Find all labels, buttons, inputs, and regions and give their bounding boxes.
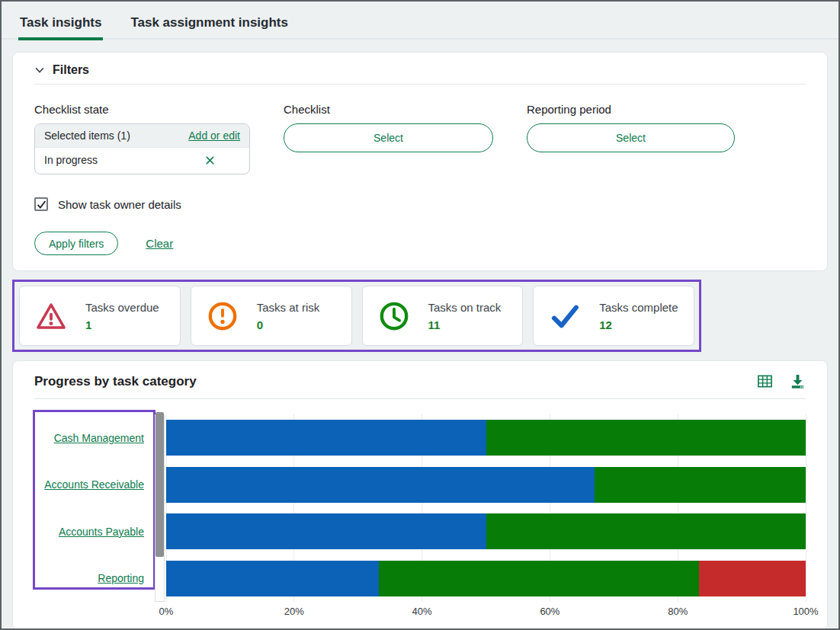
bar-segment-green-segment[interactable] [379,561,699,596]
checklist-state-box: Selected items (1) Add or edit In progre… [34,123,250,174]
card-tasks-on-track: Tasks on track 11 [362,286,524,346]
apply-filters-button[interactable]: Apply filters [34,232,118,255]
bar-row [166,420,806,456]
bar-row [166,561,806,596]
reporting-period-select-button[interactable]: Select [527,123,735,152]
filters-panel: Filters Checklist state Selected items (… [12,52,828,271]
filter-actions: Apply filters Clear [34,232,806,255]
card-label: Tasks on track [428,301,502,314]
category-row: Cash Management [34,414,153,462]
filters-title: Filters [53,63,89,77]
category-link[interactable]: Accounts Receivable [44,478,144,491]
axis-tick-label: 60% [540,606,559,617]
card-value: 12 [599,318,678,331]
show-owner-label: Show task owner details [58,198,181,211]
axis-tick-label: 100% [793,606,818,617]
category-link[interactable]: Accounts Payable [59,526,144,538]
chart-body: Cash ManagementAccounts ReceivableAccoun… [34,414,806,602]
download-icon[interactable] [790,373,806,389]
bar-row [166,467,806,503]
tab-task-insights[interactable]: Task insights [18,5,103,40]
card-label: Tasks complete [599,301,678,314]
card-label: Tasks at risk [257,301,320,314]
chart-header: Progress by task category [34,373,806,399]
page-content: Filters Checklist state Selected items (… [2,40,838,630]
filters-grid: Checklist state Selected items (1) Add o… [34,103,806,174]
check-icon [549,300,581,332]
remove-chip-icon[interactable] [205,155,215,165]
bar-segment-blue-segment[interactable] [166,513,486,549]
bar-segment-blue-segment[interactable] [166,467,595,503]
category-row: Reporting [34,555,153,603]
show-owner-checkbox[interactable] [34,197,48,211]
add-or-edit-link[interactable]: Add or edit [188,130,240,142]
card-tasks-overdue: Tasks overdue 1 [19,286,181,346]
axis-tick-label: 20% [284,606,304,617]
axis-tick-label: 0% [159,606,174,617]
chart-title: Progress by task category [34,374,197,389]
card-tasks-at-risk: Tasks at risk 0 [191,286,352,346]
annotation-box-cards: Tasks overdue 1 Tasks at risk 0 [12,280,701,352]
bar-row [166,513,806,549]
selected-chip-row: In progress [35,148,249,174]
tab-strip: Task insights Task assignment insights [2,2,838,40]
axis-tick-label: 80% [668,606,688,617]
card-tasks-complete: Tasks complete 12 [533,286,694,346]
bar-segment-red-segment[interactable] [699,561,806,596]
chevron-down-icon[interactable] [34,65,45,75]
card-value: 11 [428,318,502,331]
chip-label: In progress [44,154,98,166]
bar-segment-green-segment[interactable] [595,467,806,503]
clock-icon [378,300,410,332]
filters-header[interactable]: Filters [34,63,806,85]
chart-plot-area [166,414,806,602]
axis-tick-label: 40% [412,606,432,617]
chart-scrollbar-track[interactable] [155,414,165,602]
clear-filters-link[interactable]: Clear [146,237,173,250]
warning-triangle-icon [35,300,67,332]
category-labels-column: Cash ManagementAccounts ReceivableAccoun… [34,414,153,602]
category-row: Accounts Receivable [34,462,153,509]
selected-items-count: Selected items (1) [44,130,130,142]
table-icon[interactable] [757,373,773,389]
bar-segment-blue-segment[interactable] [166,420,486,456]
show-owner-row: Show task owner details [34,197,806,211]
checklist-label: Checklist [284,103,493,116]
reporting-period-label: Reporting period [527,103,735,116]
x-axis: 0%20%40%60%80%100% [34,606,806,619]
chart-panel: Progress by task category [12,360,828,630]
tab-task-assignment-insights[interactable]: Task assignment insights [129,5,290,40]
card-value: 1 [85,318,159,331]
category-row: Accounts Payable [34,508,153,555]
category-link[interactable]: Reporting [98,572,144,584]
card-label: Tasks overdue [85,301,159,314]
exclamation-circle-icon [207,300,239,332]
category-link[interactable]: Cash Management [54,432,144,444]
bar-segment-green-segment[interactable] [486,420,806,456]
checklist-state-label: Checklist state [34,103,250,116]
chart-scrollbar-thumb[interactable] [155,412,164,557]
bar-segment-green-segment[interactable] [486,513,806,549]
card-value: 0 [257,318,320,331]
checklist-select-button[interactable]: Select [284,123,493,152]
bar-segment-blue-segment[interactable] [166,561,379,596]
